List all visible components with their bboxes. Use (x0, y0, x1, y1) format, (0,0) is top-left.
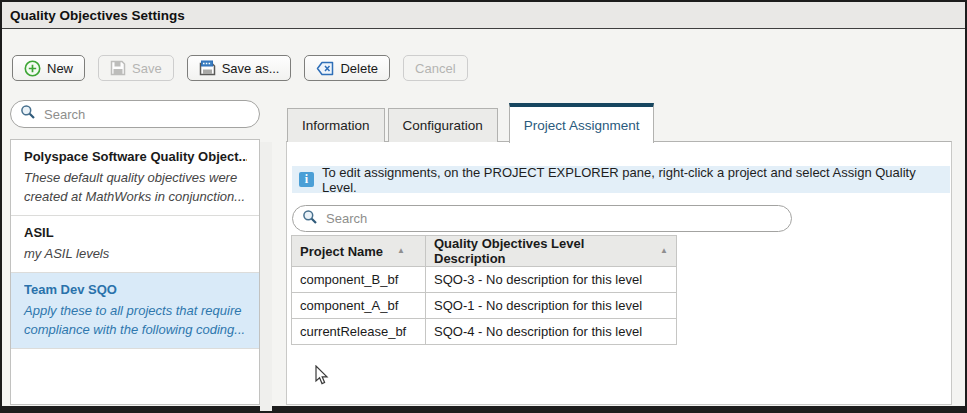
window-titlebar: Quality Objectives Settings (2, 2, 965, 29)
toolbar: New Save Save as... Delete Cancel (12, 55, 468, 81)
list-item-team-dev-sqo[interactable]: Team Dev SQO Apply these to all projects… (11, 273, 259, 349)
table-search[interactable] (292, 205, 792, 232)
column-header-project-name[interactable]: Project Name▲ (292, 236, 426, 267)
list-item-description: These default quality objectives were cr… (24, 168, 247, 206)
tab-information[interactable]: Information (287, 108, 385, 142)
cell-level-description[interactable]: SQO-1 - No description for this level (426, 293, 677, 319)
cell-level-description[interactable]: SQO-4 - No description for this level (426, 319, 677, 345)
save-icon (110, 60, 126, 76)
tab-configuration[interactable]: Configuration (388, 108, 498, 142)
cell-project-name[interactable]: component_A_bf (292, 293, 426, 319)
list-item-title: ASIL (24, 225, 247, 240)
cell-level-description[interactable]: SQO-3 - No description for this level (426, 267, 677, 293)
project-assignment-table: Project Name▲ Quality Objectives Level D… (291, 235, 677, 345)
tab-project-assignment[interactable]: Project Assignment (509, 103, 655, 143)
tab-label: Project Assignment (524, 118, 640, 133)
column-label: Project Name (300, 244, 383, 259)
table-search-input[interactable] (324, 210, 782, 227)
cancel-button-label: Cancel (415, 61, 455, 76)
delete-icon (316, 61, 334, 76)
new-plus-icon (24, 60, 41, 77)
save-button-label: Save (132, 61, 162, 76)
list-item-description: my ASIL levels (24, 244, 247, 263)
table-row[interactable]: component_A_bf SQO-1 - No description fo… (292, 293, 677, 319)
column-header-level-description[interactable]: Quality Objectives Level Description▲ (426, 236, 677, 267)
tab-label: Information (302, 118, 370, 133)
panel-splitter[interactable] (260, 142, 272, 411)
table-row[interactable]: currentRelease_bf SQO-4 - No description… (292, 319, 677, 345)
list-item-polyspace-sqo[interactable]: Polyspace Software Quality Object... The… (11, 140, 259, 216)
cell-project-name[interactable]: component_B_bf (292, 267, 426, 293)
list-item-title: Team Dev SQO (24, 282, 247, 297)
sidebar-search[interactable] (10, 100, 260, 128)
tab-label: Configuration (403, 118, 483, 133)
tab-bar: Information Configuration Project Assign… (287, 102, 654, 142)
cell-project-name[interactable]: currentRelease_bf (292, 319, 426, 345)
quality-objectives-list: Polyspace Software Quality Object... The… (10, 139, 260, 405)
bottom-panel-edge (2, 406, 965, 411)
info-icon: i (299, 172, 314, 187)
info-banner: i To edit assignments, on the PROJECT EX… (292, 166, 950, 193)
table-header-row: Project Name▲ Quality Objectives Level D… (292, 236, 677, 267)
sort-asc-icon[interactable]: ▲ (397, 247, 405, 255)
cancel-button: Cancel (403, 55, 467, 81)
search-icon (20, 104, 36, 124)
mouse-cursor-icon (315, 365, 331, 391)
save-as-button[interactable]: Save as... (187, 55, 292, 81)
list-item-description: Apply these to all projects that require… (24, 301, 247, 339)
sort-asc-icon[interactable]: ▲ (660, 247, 668, 255)
save-as-button-label: Save as... (222, 61, 280, 76)
list-item-title: Polyspace Software Quality Object... (24, 149, 247, 164)
delete-button-label: Delete (340, 61, 378, 76)
save-button: Save (98, 55, 174, 81)
list-item-asil[interactable]: ASIL my ASIL levels (11, 216, 259, 273)
delete-button[interactable]: Delete (304, 55, 390, 81)
new-button-label: New (47, 61, 73, 76)
table-row[interactable]: component_B_bf SQO-3 - No description fo… (292, 267, 677, 293)
search-icon (302, 209, 318, 229)
sidebar-search-input[interactable] (42, 106, 250, 123)
info-banner-text: To edit assignments, on the PROJECT EXPL… (322, 165, 950, 195)
page-title: Quality Objectives Settings (10, 8, 185, 23)
save-as-icon (199, 60, 216, 76)
column-label: Quality Objectives Level Description (434, 236, 646, 266)
quality-objectives-settings-window: Quality Objectives Settings New Save Sav… (0, 0, 967, 413)
new-button[interactable]: New (12, 55, 85, 81)
